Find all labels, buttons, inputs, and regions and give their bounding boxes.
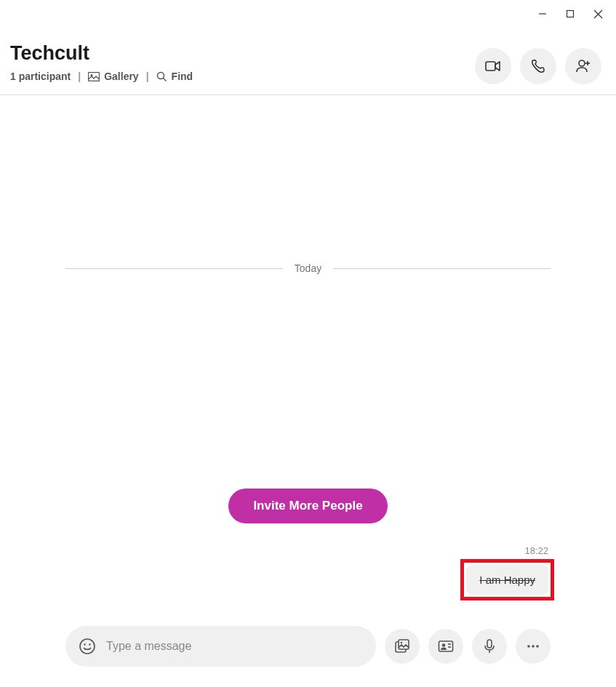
video-call-button[interactable] xyxy=(475,48,511,84)
microphone-icon xyxy=(481,638,497,654)
gallery-icon xyxy=(88,72,100,81)
svg-point-25 xyxy=(532,645,535,648)
separator: | xyxy=(146,71,149,82)
date-label: Today xyxy=(283,262,333,274)
input-wrap xyxy=(65,626,376,667)
header-meta: 1 participant | Gallery | Find xyxy=(10,71,193,82)
chat-body: Today Invite More People 18:22 I am Happ… xyxy=(0,95,616,614)
svg-point-9 xyxy=(579,60,585,66)
divider-line xyxy=(65,268,283,269)
media-icon xyxy=(393,638,411,655)
divider-line xyxy=(333,268,551,269)
search-icon xyxy=(156,71,167,82)
message-highlight: I am Happy xyxy=(460,559,554,600)
date-divider: Today xyxy=(65,262,551,274)
voice-message-button[interactable] xyxy=(472,629,507,664)
gallery-label: Gallery xyxy=(104,71,138,82)
add-person-icon xyxy=(575,57,592,75)
svg-point-17 xyxy=(401,642,403,644)
message-input[interactable] xyxy=(96,640,363,653)
separator: | xyxy=(78,71,81,82)
header-left: Techcult 1 participant | Gallery | Find xyxy=(10,42,193,82)
svg-point-26 xyxy=(536,645,539,648)
svg-rect-22 xyxy=(487,640,492,648)
message-text: I am Happy xyxy=(479,574,535,586)
gallery-link[interactable]: Gallery xyxy=(88,71,138,82)
video-icon xyxy=(484,57,502,75)
svg-point-24 xyxy=(527,645,530,648)
find-label: Find xyxy=(172,71,193,82)
svg-point-12 xyxy=(80,639,95,654)
add-person-button[interactable] xyxy=(565,48,601,84)
composer xyxy=(0,614,616,687)
more-icon xyxy=(525,638,541,654)
contact-card-button[interactable] xyxy=(428,629,463,664)
svg-rect-4 xyxy=(89,72,100,81)
header-actions xyxy=(475,48,601,84)
phone-icon xyxy=(530,58,546,74)
svg-point-6 xyxy=(157,72,164,79)
svg-rect-1 xyxy=(567,11,574,17)
chat-header: Techcult 1 participant | Gallery | Find xyxy=(0,22,616,95)
close-button[interactable] xyxy=(593,9,603,19)
message-bubble[interactable]: I am Happy xyxy=(466,565,548,595)
contact-card-icon xyxy=(437,638,455,655)
maximize-button[interactable] xyxy=(565,9,575,19)
message-area: 18:22 I am Happy xyxy=(7,545,609,600)
emoji-button[interactable] xyxy=(79,638,96,655)
svg-point-14 xyxy=(89,643,90,645)
chat-title: Techcult xyxy=(10,42,193,65)
smiley-icon xyxy=(79,638,96,655)
find-link[interactable]: Find xyxy=(156,71,193,82)
audio-call-button[interactable] xyxy=(520,48,556,84)
window-controls xyxy=(0,0,616,22)
participants-count[interactable]: 1 participant xyxy=(10,71,71,82)
minimize-button[interactable] xyxy=(537,9,548,19)
svg-rect-8 xyxy=(486,62,495,71)
invite-more-button[interactable]: Invite More People xyxy=(228,489,387,523)
svg-point-13 xyxy=(84,643,85,645)
attach-media-button[interactable] xyxy=(385,629,420,664)
message-timestamp: 18:22 xyxy=(524,545,548,556)
more-options-button[interactable] xyxy=(516,629,551,664)
svg-point-19 xyxy=(442,643,446,647)
svg-line-7 xyxy=(163,78,166,81)
